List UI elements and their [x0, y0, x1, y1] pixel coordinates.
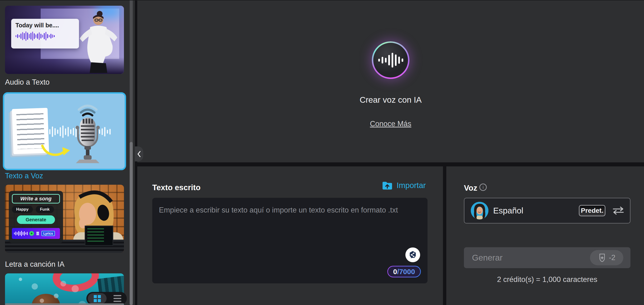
sidebar-item-label-texto-a-voz: Texto a Voz: [5, 172, 43, 180]
waveform: [14, 231, 28, 236]
lyrics-chip: Lyrics: [42, 231, 55, 236]
monitor-illustration: [85, 226, 113, 246]
tag-happy: Happy: [12, 206, 33, 213]
text-panel: Texto escrito Importar 0/7000: [137, 166, 443, 305]
song-prompt-text: Write a song: [12, 194, 60, 204]
sidebar: Today will be.... Audio a Texto: [0, 0, 135, 305]
import-label: Importar: [396, 181, 426, 190]
waveform: [16, 30, 75, 42]
sidebar-item-label-letra-a-cancion: Letra a canción IA: [5, 260, 64, 269]
char-count: 0: [393, 268, 397, 276]
sidebar-item-label-audio-a-texto: Audio a Texto: [5, 78, 50, 86]
generate-label: Generar: [472, 247, 502, 268]
generate-button[interactable]: Generar -2: [464, 247, 630, 268]
text-panel-title: Texto escrito: [152, 183, 200, 192]
microphone-illustration: [68, 99, 107, 165]
document-icon: [36, 231, 40, 236]
voice-panel: Voz i Español Predet. Ge: [446, 166, 644, 305]
import-button[interactable]: Importar: [382, 181, 426, 190]
ai-voice-orb: [372, 41, 410, 79]
caption-text: Today will be....: [16, 22, 75, 29]
credit-note: 2 crédito(s) = 1,000 caracteres: [464, 275, 630, 284]
sidebar-item-audio-a-texto[interactable]: Today will be....: [5, 6, 124, 74]
song-tags: Happy Funk: [12, 206, 60, 213]
char-limit: /7000: [397, 268, 415, 276]
credit-cost-pill: -2: [590, 250, 623, 265]
char-counter: 0/7000: [387, 266, 421, 278]
grid-view-button[interactable]: [88, 293, 106, 304]
tag-funk: Funk: [36, 206, 54, 213]
main-hero-section: Crear voz con IA Conoce Más: [137, 0, 644, 162]
thumbnail-art: [19, 278, 22, 281]
list-view-icon: [114, 295, 121, 296]
horizontal-scrollbar[interactable]: [5, 303, 124, 305]
default-voice-badge: Predet.: [579, 205, 606, 216]
voice-avatar: [471, 202, 488, 219]
folder-upload-icon: [382, 181, 393, 190]
song-ui-card: Write a song Happy Funk Generate + Lyric…: [9, 191, 63, 243]
sidebar-item-letra-a-cancion[interactable]: Write a song Happy Funk Generate + Lyric…: [5, 185, 124, 253]
text-input[interactable]: [152, 198, 428, 283]
learn-more-link[interactable]: Conoce Más: [137, 120, 644, 128]
caption-card: Today will be....: [11, 19, 79, 48]
chevron-left-icon: [137, 151, 141, 157]
arrow-illustration: [40, 142, 71, 160]
list-view-button[interactable]: [110, 293, 125, 304]
ai-chat-icon: [408, 251, 417, 259]
thumbnail-art: [51, 273, 100, 294]
plus-icon: +: [29, 231, 34, 236]
page-title: Crear voz con IA: [137, 95, 644, 105]
lyrics-bar: + Lyrics: [12, 228, 60, 239]
voice-name: Español: [493, 198, 523, 223]
swap-voice-icon[interactable]: [612, 206, 625, 215]
voice-selector[interactable]: Español Predet.: [464, 198, 630, 224]
voice-panel-title: Voz: [464, 184, 477, 193]
voice-waveform-icon: [373, 43, 408, 77]
collapse-sidebar-button[interactable]: [135, 146, 143, 161]
credit-cost: -2: [609, 253, 616, 262]
app-window: Today will be.... Audio a Texto: [0, 0, 644, 305]
grid-view-icon: [94, 295, 101, 302]
info-icon[interactable]: i: [479, 184, 487, 191]
view-toggle: [86, 292, 127, 305]
generate-pill: Generate: [17, 215, 55, 224]
sidebar-scrollbar-thumb[interactable]: [130, 142, 133, 305]
ai-assistant-button[interactable]: [406, 248, 420, 262]
presenter-illustration: [76, 10, 122, 73]
credit-shield-icon: [598, 253, 606, 263]
sidebar-item-texto-a-voz[interactable]: [3, 92, 126, 170]
